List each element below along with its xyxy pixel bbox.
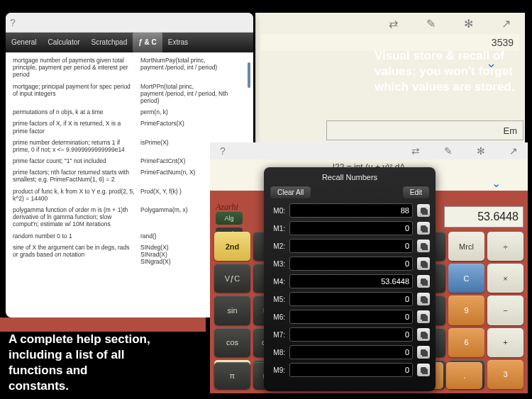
tab-general[interactable]: General [6, 33, 43, 52]
help-icon[interactable]: ? [10, 17, 16, 28]
help-desc: prime factors of X, if X is returned, X … [13, 120, 140, 134]
memory-label: M0: [270, 207, 285, 215]
pencil-icon[interactable]: ✎ [426, 17, 436, 30]
memory-slot: M9:0 [270, 363, 430, 377]
help-desc: prime factors; nth factor returned start… [13, 169, 140, 183]
help-desc: polygamma function of order m is (m + 1)… [13, 206, 140, 228]
memory-slot: M5:0 [270, 292, 430, 306]
btn-pi[interactable]: π [214, 362, 250, 389]
tap-icon[interactable] [417, 293, 430, 305]
btn-minus[interactable]: − [487, 296, 523, 325]
help-desc: sine of X the argument can be in degs, r… [13, 244, 140, 266]
help-row: prime factors of X, if X is returned, X … [13, 120, 246, 134]
btn-mrcl[interactable]: Mrcl [448, 232, 484, 261]
memory-value-field[interactable]: 0 [289, 257, 413, 271]
tab-extras[interactable]: Extras [162, 33, 194, 52]
help-desc: random number 0 to 1 [13, 232, 140, 240]
help-signature: perm(n, k) [140, 108, 246, 116]
em-display: Em [326, 120, 523, 140]
help-desc: mortgage number of payments given total … [13, 57, 140, 79]
help-row: mortgage number of payments given total … [13, 57, 246, 79]
btn-divide[interactable]: ÷ [487, 232, 523, 261]
caption-left: A complete help section, including a lis… [9, 332, 150, 394]
btn-vfc[interactable]: VƒC [214, 264, 250, 293]
tab-fnc[interactable]: ƒ & C [133, 33, 162, 52]
help-desc: mortgage; principal payment for spec per… [13, 83, 140, 105]
help-desc: product of func k, k from X to Y e.g. pr… [13, 188, 140, 202]
edit-button[interactable]: Edit [402, 186, 430, 199]
memory-value-field[interactable]: 53.6448 [289, 274, 413, 288]
tap-icon[interactable] [417, 204, 430, 217]
swap-icon[interactable]: ⇄ [389, 17, 398, 30]
swap-icon[interactable]: ⇄ [411, 145, 420, 157]
memory-value-field[interactable]: 88 [289, 203, 413, 218]
recall-numbers-panel: Recall Numbers Clear All Edit M0:88M1:0M… [264, 167, 436, 391]
btn-9[interactable]: 9 [448, 296, 484, 325]
tap-icon[interactable] [417, 364, 430, 376]
memory-value-field[interactable]: 0 [289, 345, 413, 359]
btn-sin[interactable]: sin [214, 296, 250, 325]
tap-icon[interactable] [417, 310, 430, 323]
tap-icon[interactable] [417, 328, 430, 341]
caption-right: Visual store & recall of values; you won… [375, 48, 523, 95]
tap-icon[interactable] [417, 240, 430, 252]
gear-icon[interactable]: ✻ [477, 145, 485, 157]
btn-plus[interactable]: + [487, 328, 523, 357]
help-desc: prime factor count; "1" not included [13, 157, 140, 164]
tap-icon[interactable] [417, 257, 430, 270]
help-topbar: ? [6, 13, 253, 33]
memory-label: M4: [270, 278, 285, 286]
memory-slot: M4:53.6448 [270, 274, 430, 288]
memory-slot: M0:88 [270, 203, 430, 218]
btn-6[interactable]: 6 [448, 328, 484, 357]
pencil-icon[interactable]: ✎ [444, 145, 453, 157]
btn-2nd[interactable]: 2nd [214, 232, 250, 261]
btn-dot[interactable]: . [446, 362, 482, 389]
clear-all-button[interactable]: Clear All [270, 186, 311, 199]
tab-calculator[interactable]: Calculator [43, 33, 86, 52]
mode-alg-button[interactable]: Alg [216, 212, 243, 225]
share-icon[interactable]: ↗ [509, 145, 518, 157]
memory-slot: M7:0 [270, 327, 430, 342]
brand-text: Azarhi [216, 202, 238, 213]
gear-icon[interactable]: ✻ [464, 17, 473, 30]
memory-label: M5: [270, 296, 285, 303]
help-desc: permutations of n objs, k at a time [13, 108, 140, 116]
memory-label: M9: [270, 366, 285, 374]
tap-icon[interactable] [417, 346, 430, 359]
memory-value-field[interactable]: 0 [289, 221, 413, 235]
memory-slot: M3:0 [270, 257, 430, 271]
help-icon[interactable]: ? [220, 145, 226, 157]
memory-value-field[interactable]: 0 [289, 239, 413, 253]
btn-cos[interactable]: cos [214, 328, 250, 357]
btn-3[interactable]: 3 [487, 360, 523, 389]
memory-value-field[interactable]: 0 [289, 292, 413, 306]
tap-icon[interactable] [417, 275, 430, 288]
share-icon[interactable]: ↗ [501, 17, 511, 30]
memory-value-field[interactable]: 0 [289, 310, 413, 324]
back-toolbar: ⇄ ✎ ✻ ↗ [255, 13, 525, 34]
help-row: mortgage; principal payment for spec per… [13, 83, 246, 105]
memory-label: M3: [270, 260, 285, 268]
help-tabs: General Calculator Scratchpad ƒ & C Extr… [6, 33, 253, 52]
memory-label: M1: [270, 225, 285, 232]
btn-clear[interactable]: C [448, 264, 484, 293]
recall-title: Recall Numbers [270, 173, 430, 181]
memory-label: M6: [270, 313, 285, 321]
memory-value-field[interactable]: 0 [289, 327, 413, 342]
memory-slot: M8:0 [270, 345, 430, 359]
memory-label: M8: [270, 349, 285, 356]
calc-display: 53.6448 [444, 206, 523, 227]
tap-icon[interactable] [417, 222, 430, 235]
memory-value-field[interactable]: 0 [289, 363, 413, 377]
btn-multiply[interactable]: × [487, 264, 523, 293]
memory-label: M2: [270, 242, 285, 250]
scrollbar-thumb[interactable] [248, 62, 250, 88]
help-row: permutations of n objs, k at a timeperm(… [13, 108, 246, 116]
chevron-down-icon[interactable]: ⌄ [492, 176, 501, 190]
tab-scratchpad[interactable]: Scratchpad [86, 33, 133, 52]
help-signature: PrimeFactors(X) [140, 120, 246, 134]
help-signature: MortNumPay(total princ, payment /period,… [140, 57, 246, 79]
memory-slot: M1:0 [270, 221, 430, 235]
help-signature: MortPPn(total princ, payment /period, in… [140, 83, 246, 105]
